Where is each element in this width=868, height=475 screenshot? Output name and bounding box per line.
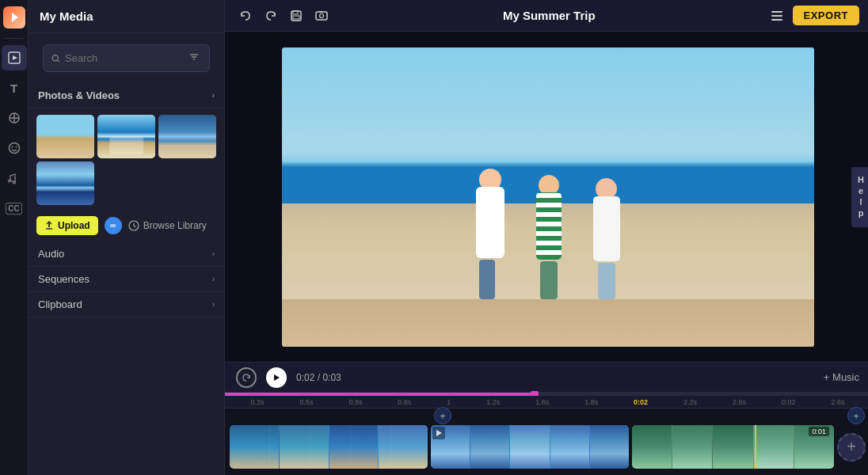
settings-icon (770, 9, 784, 23)
play-icon (272, 374, 280, 382)
add-track-marker-1[interactable]: + (434, 407, 451, 424)
audio-section[interactable]: Audio › (29, 241, 224, 267)
screenshot-icon (314, 9, 329, 23)
nav-separator (5, 38, 24, 39)
audio-chevron: › (212, 249, 215, 258)
upload-icon (44, 221, 54, 230)
svg-rect-23 (771, 11, 782, 13)
svg-rect-25 (771, 19, 782, 21)
search-icon (51, 53, 60, 64)
photos-videos-chevron: › (212, 91, 215, 100)
svg-rect-20 (316, 12, 327, 20)
sidebar-panel: My Media Photos & Videos › (29, 0, 225, 475)
clipboard-chevron: › (212, 300, 215, 309)
current-time: 0:02 (296, 372, 314, 383)
total-time: 0:03 (322, 372, 341, 383)
nav-media-button[interactable] (2, 45, 27, 70)
upload-label: Upload (58, 220, 90, 231)
redo-button[interactable] (261, 6, 280, 25)
timeline-track-1[interactable] (230, 425, 428, 469)
sequences-section[interactable]: Sequences › (29, 267, 224, 292)
left-nav: T CC (0, 0, 29, 475)
media-actions-row: Upload ∞ Browse Library (29, 211, 224, 241)
search-input[interactable] (65, 52, 184, 64)
svg-point-11 (52, 55, 58, 60)
help-button[interactable]: Help (851, 167, 868, 227)
play-button[interactable] (266, 367, 287, 388)
screenshot-button[interactable] (312, 6, 331, 25)
browse-library-button[interactable]: Browse Library (128, 220, 207, 231)
svg-marker-0 (12, 13, 18, 22)
logo (3, 6, 25, 28)
video-frame (282, 48, 814, 347)
timeline-section: 0.2s 0.5s 0.9s 0.6s 1 1.2s 1.6s 1.8s 0:0… (225, 392, 868, 475)
timeline-track-2[interactable] (431, 425, 629, 469)
svg-point-10 (13, 181, 15, 184)
media-grid (29, 108, 224, 211)
nav-cc-button[interactable]: CC (2, 196, 27, 221)
save-icon (289, 9, 303, 23)
person-2 (536, 175, 562, 299)
media-thumb-3[interactable] (158, 115, 216, 158)
track2-icon (432, 427, 445, 439)
sidebar-title: My Media (40, 10, 93, 23)
help-label: Help (856, 175, 866, 219)
svg-marker-27 (436, 430, 442, 436)
svg-marker-26 (274, 374, 280, 381)
media-thumb-4[interactable] (36, 162, 94, 205)
sequences-chevron: › (212, 275, 215, 283)
nav-stickers-button[interactable] (2, 135, 27, 161)
main-content: My Summer Trip EXPORT (225, 0, 868, 475)
browse-library-label: Browse Library (143, 220, 207, 231)
zoom-badge: ∞ (105, 217, 122, 234)
export-button[interactable]: EXPORT (793, 6, 859, 25)
svg-point-8 (15, 146, 17, 148)
redo-icon (264, 9, 278, 23)
nav-audio-button[interactable] (2, 165, 27, 191)
filter-icon (188, 51, 200, 63)
settings-button[interactable] (767, 6, 786, 25)
browse-icon (128, 220, 139, 231)
photos-videos-header[interactable]: Photos & Videos › (29, 83, 224, 108)
add-track-button[interactable]: + (837, 433, 866, 462)
timeline-track-3[interactable]: 0:01 (632, 425, 834, 469)
timeline-ruler: 0.2s 0.5s 0.9s 0.6s 1 1.2s 1.6s 1.8s 0:0… (225, 396, 868, 408)
timeline-tracks: 0:01 + (225, 421, 868, 473)
search-bar (43, 44, 210, 72)
reset-icon (242, 373, 251, 382)
filter-button[interactable] (188, 51, 200, 65)
clipboard-section[interactable]: Clipboard › (29, 292, 224, 317)
track3-frames (632, 425, 834, 469)
ruler-marks: 0.2s 0.5s 0.9s 0.6s 1 1.2s 1.6s 1.8s 0:0… (233, 398, 862, 406)
svg-rect-24 (771, 15, 782, 17)
track-playhead (755, 425, 756, 469)
person-1 (476, 169, 504, 299)
person-3 (593, 178, 620, 299)
media-thumb-2[interactable] (97, 115, 155, 158)
upload-button[interactable]: Upload (36, 216, 98, 235)
svg-point-6 (9, 143, 19, 154)
top-bar-right: EXPORT (767, 6, 859, 25)
track-markers-row: + + (225, 408, 868, 421)
playback-bar: 0:02 / 0:03 + Music (225, 362, 868, 392)
photos-videos-label: Photos & Videos (38, 89, 120, 101)
svg-rect-19 (293, 16, 299, 19)
music-button[interactable]: + Music (824, 371, 859, 383)
save-button[interactable] (287, 6, 306, 25)
media-thumb-1[interactable] (36, 115, 94, 158)
sequences-label: Sequences (38, 273, 89, 285)
svg-rect-22 (319, 11, 322, 13)
time-separator: / (318, 372, 320, 383)
sand (282, 299, 814, 347)
svg-point-21 (320, 13, 324, 17)
reset-button[interactable] (236, 367, 257, 388)
nav-text-button[interactable]: T (2, 75, 27, 101)
undo-icon (238, 9, 253, 23)
audio-label: Audio (38, 248, 64, 260)
project-title: My Summer Trip (331, 9, 767, 22)
nav-effects-button[interactable] (2, 105, 27, 131)
time-display: 0:02 / 0:03 (296, 372, 341, 383)
add-track-marker-2[interactable]: + (847, 407, 865, 424)
video-preview: Help (225, 32, 868, 362)
undo-button[interactable] (236, 6, 255, 25)
